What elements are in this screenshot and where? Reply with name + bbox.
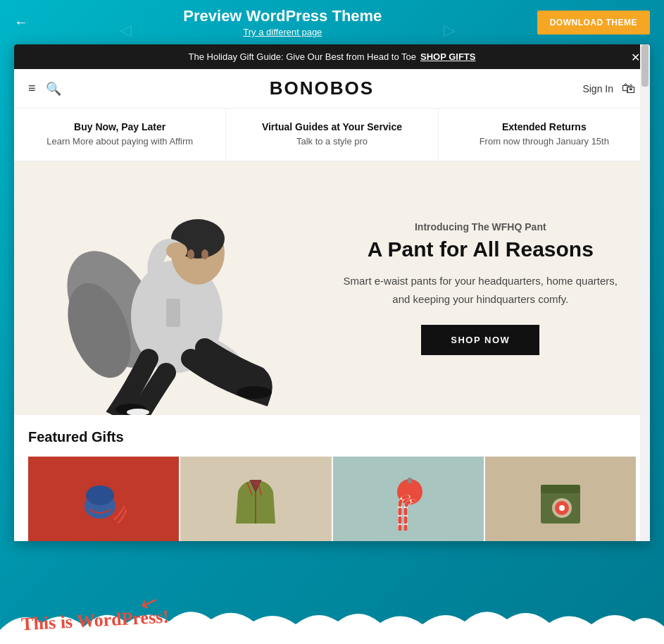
feature-card-returns[interactable]: Extended Returns From now through Januar… xyxy=(439,109,650,161)
feature-card-2-title: Virtual Guides at Your Service xyxy=(237,121,426,132)
scrollbar[interactable] xyxy=(640,44,650,541)
hero-description: Smart e-waist pants for your headquarter… xyxy=(339,272,622,308)
gift-card-3[interactable] xyxy=(333,457,484,541)
cart-icon[interactable]: 🛍 xyxy=(622,80,636,97)
top-bar: ← Preview WordPress Theme Try a differen… xyxy=(0,0,664,44)
feature-card-3-title: Extended Returns xyxy=(450,121,639,132)
svg-rect-8 xyxy=(166,299,180,327)
announcement-text: The Holiday Gift Guide: Give Our Best fr… xyxy=(189,51,416,62)
browser-window: The Holiday Gift Guide: Give Our Best fr… xyxy=(14,44,650,541)
preview-title-area: Preview WordPress Theme Try a different … xyxy=(183,7,382,37)
feature-card-3-subtitle: From now through January 15th xyxy=(450,135,639,148)
try-different-link[interactable]: Try a different page xyxy=(183,27,382,37)
search-icon[interactable]: 🔍 xyxy=(46,81,61,97)
preview-title: Preview WordPress Theme xyxy=(183,7,382,25)
feature-card-2-subtitle: Talk to a style pro xyxy=(237,135,426,148)
hero-person-svg xyxy=(36,175,303,415)
announcement-bar: The Holiday Gift Guide: Give Our Best fr… xyxy=(14,44,650,69)
gift-visual-4 xyxy=(485,457,636,541)
scroll-thumb[interactable] xyxy=(641,44,649,87)
feature-card-1-subtitle: Learn More about paying with Affirm xyxy=(25,135,214,148)
nav-right: Sign In 🛍 xyxy=(582,80,636,97)
svg-point-7 xyxy=(201,249,208,259)
shop-gifts-link[interactable]: SHOP GIFTS xyxy=(420,51,476,62)
download-theme-button[interactable]: DOWNLOAD THEME xyxy=(537,11,650,35)
svg-point-11 xyxy=(237,386,272,399)
hero-image xyxy=(14,161,325,415)
gift-grid xyxy=(28,457,636,541)
feature-cards: Buy Now, Pay Later Learn More about payi… xyxy=(14,109,650,161)
hamburger-menu-button[interactable]: ≡ xyxy=(28,81,36,96)
gift-visual-3 xyxy=(333,457,484,541)
nav-left: ≡ 🔍 xyxy=(28,81,61,97)
feature-card-buy-now[interactable]: Buy Now, Pay Later Learn More about payi… xyxy=(14,109,226,161)
brand-logo[interactable]: BONOBOS xyxy=(61,78,583,99)
close-announcement-button[interactable]: ✕ xyxy=(631,50,640,63)
featured-title: Featured Gifts xyxy=(28,429,636,445)
gift-card-4[interactable] xyxy=(485,457,636,541)
svg-rect-20 xyxy=(408,478,412,483)
gift-visual-2 xyxy=(180,457,331,541)
gift-card-2[interactable] xyxy=(180,457,331,541)
back-icon: ← xyxy=(14,14,28,30)
svg-point-6 xyxy=(187,249,194,259)
hero-subtitle: Introducing The WFHQ Pant xyxy=(339,221,622,233)
back-button[interactable]: ← xyxy=(14,14,28,30)
gift-card-1[interactable] xyxy=(28,457,179,541)
sign-in-link[interactable]: Sign In xyxy=(582,83,613,94)
hero-title: A Pant for All Reasons xyxy=(339,237,622,262)
hero-section: Introducing The WFHQ Pant A Pant for All… xyxy=(14,161,650,415)
svg-point-15 xyxy=(86,485,114,505)
shop-now-button[interactable]: SHOP NOW xyxy=(421,325,539,355)
main-nav: ≡ 🔍 BONOBOS Sign In 🛍 xyxy=(14,69,650,109)
svg-point-26 xyxy=(559,505,565,511)
feature-card-1-title: Buy Now, Pay Later xyxy=(25,121,214,132)
featured-section: Featured Gifts xyxy=(14,415,650,541)
hero-content: Introducing The WFHQ Pant A Pant for All… xyxy=(325,200,650,376)
svg-point-9 xyxy=(166,242,187,259)
gift-visual-1 xyxy=(28,457,179,541)
svg-rect-23 xyxy=(541,485,580,493)
feature-card-virtual-guides[interactable]: Virtual Guides at Your Service Talk to a… xyxy=(226,109,438,161)
